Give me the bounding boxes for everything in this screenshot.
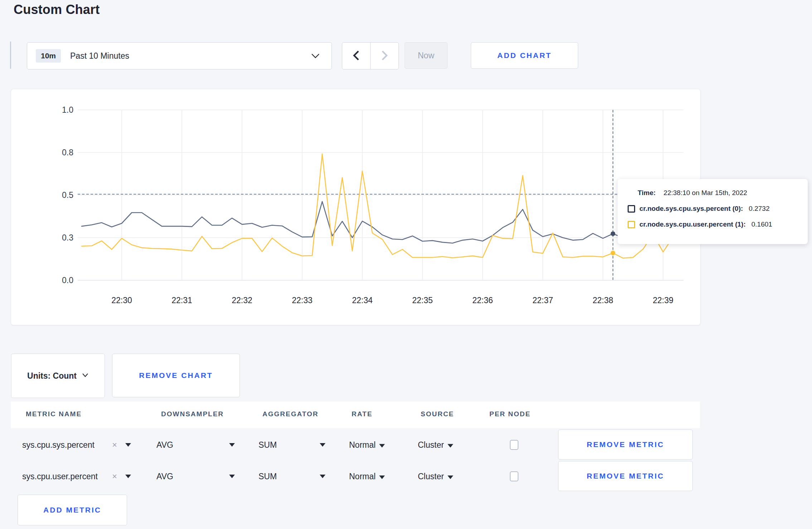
tooltip-series-value: 0.2732 bbox=[749, 205, 769, 213]
time-range-badge: 10m bbox=[36, 49, 61, 63]
col-header-downsampler: DOWNSAMPLER bbox=[161, 410, 224, 418]
tooltip-series-label: cr.node.sys.cpu.sys.percent (0): bbox=[639, 205, 743, 213]
tooltip-time-label: Time: bbox=[638, 189, 656, 197]
clear-metric-icon[interactable]: × bbox=[112, 471, 117, 481]
custom-chart-page: Custom Chart 10m Past 10 Minutes Now ADD… bbox=[0, 0, 812, 529]
y-axis-tick-label: 0.5 bbox=[62, 190, 73, 200]
page-title: Custom Chart bbox=[14, 2, 100, 17]
x-axis-tick-label: 22:38 bbox=[593, 296, 613, 305]
downsampler-caret-icon[interactable] bbox=[229, 443, 235, 447]
aggregator-value[interactable]: SUM bbox=[258, 472, 277, 481]
rate-caret-icon[interactable] bbox=[379, 476, 385, 479]
units-label: Units: Count bbox=[27, 371, 77, 381]
y-axis-tick-label: 0.3 bbox=[62, 233, 73, 242]
metric-name-value[interactable]: sys.cpu.user.percent bbox=[22, 472, 98, 481]
hover-dot bbox=[611, 251, 615, 255]
rate-caret-icon[interactable] bbox=[379, 444, 385, 448]
now-button[interactable]: Now bbox=[405, 42, 448, 69]
x-axis-tick-label: 22:33 bbox=[292, 296, 313, 305]
hover-dot bbox=[611, 231, 615, 236]
x-axis-tick-label: 22:36 bbox=[472, 296, 493, 305]
per-node-checkbox[interactable] bbox=[510, 440, 518, 450]
series-line bbox=[82, 154, 683, 258]
chart-card: 1.00.80.50.30.022:3022:3122:3222:3322:34… bbox=[11, 89, 701, 325]
aggregator-caret-icon[interactable] bbox=[320, 475, 325, 478]
col-header-aggregator: AGGREGATOR bbox=[262, 410, 319, 418]
remove-metric-button[interactable]: REMOVE METRIC bbox=[558, 461, 693, 491]
chevron-down-icon bbox=[82, 373, 89, 379]
downsampler-caret-icon[interactable] bbox=[229, 475, 235, 478]
next-range-button[interactable] bbox=[371, 43, 398, 69]
metrics-table-header: METRIC NAME DOWNSAMPLER AGGREGATOR RATE … bbox=[11, 402, 700, 428]
clear-metric-icon[interactable]: × bbox=[112, 440, 117, 450]
prev-range-button[interactable] bbox=[342, 43, 371, 69]
x-axis-tick-label: 22:30 bbox=[111, 296, 132, 305]
col-header-metric-name: METRIC NAME bbox=[26, 410, 82, 418]
y-axis-tick-label: 0.8 bbox=[62, 148, 73, 157]
chart-tooltip: Time: 22:38:10 on Mar 15th, 2022 cr.node… bbox=[618, 179, 808, 244]
series-line bbox=[82, 202, 683, 243]
x-axis-tick-label: 22:35 bbox=[412, 296, 433, 305]
source-value[interactable]: Cluster bbox=[418, 472, 453, 481]
source-caret-icon[interactable] bbox=[448, 476, 453, 479]
x-axis-tick-label: 22:39 bbox=[653, 296, 673, 305]
add-metric-button[interactable]: ADD METRIC bbox=[18, 495, 127, 525]
tooltip-time-value: 22:38:10 on Mar 15th, 2022 bbox=[663, 189, 747, 197]
tooltip-series-label: cr.node.sys.cpu.user.percent (1): bbox=[639, 220, 746, 228]
metric-row: sys.cpu.sys.percent×AVGSUMNormalClusterR… bbox=[11, 429, 700, 460]
tooltip-series-value: 0.1601 bbox=[751, 220, 772, 228]
metric-dropdown-caret-icon[interactable] bbox=[125, 443, 131, 447]
time-range-label: Past 10 Minutes bbox=[70, 51, 129, 61]
metrics-table: METRIC NAME DOWNSAMPLER AGGREGATOR RATE … bbox=[11, 402, 700, 493]
chevron-left-icon bbox=[352, 50, 360, 62]
metric-row: sys.cpu.user.percent×AVGSUMNormalCluster… bbox=[11, 461, 700, 492]
add-chart-button[interactable]: ADD CHART bbox=[471, 42, 578, 69]
units-dropdown[interactable]: Units: Count bbox=[11, 354, 105, 398]
rate-value[interactable]: Normal bbox=[349, 472, 385, 481]
x-axis-tick-label: 22:37 bbox=[532, 296, 553, 305]
y-axis-tick-label: 1.0 bbox=[62, 105, 73, 115]
rate-value[interactable]: Normal bbox=[349, 440, 385, 450]
toolbar-divider bbox=[10, 42, 11, 69]
x-axis-tick-label: 22:32 bbox=[232, 296, 252, 305]
metric-name-value[interactable]: sys.cpu.sys.percent bbox=[22, 440, 95, 450]
downsampler-value[interactable]: AVG bbox=[156, 440, 173, 450]
per-node-checkbox[interactable] bbox=[510, 471, 518, 481]
user-series-swatch-icon bbox=[628, 221, 635, 228]
time-range-dropdown[interactable]: 10m Past 10 Minutes bbox=[27, 42, 332, 69]
x-axis-tick-label: 22:34 bbox=[352, 296, 373, 305]
chevron-down-icon bbox=[311, 53, 320, 60]
time-nav-group bbox=[342, 42, 399, 69]
sys-series-swatch-icon bbox=[628, 205, 635, 213]
col-header-per-node: PER NODE bbox=[489, 410, 531, 418]
chevron-right-icon bbox=[381, 50, 388, 62]
source-caret-icon[interactable] bbox=[448, 444, 453, 448]
remove-metric-button[interactable]: REMOVE METRIC bbox=[558, 429, 693, 460]
aggregator-caret-icon[interactable] bbox=[320, 443, 325, 447]
time-series-chart[interactable]: 1.00.80.50.30.022:3022:3122:3222:3322:34… bbox=[11, 89, 700, 325]
aggregator-value[interactable]: SUM bbox=[258, 440, 277, 450]
y-axis-tick-label: 0.0 bbox=[62, 276, 73, 285]
remove-chart-button[interactable]: REMOVE CHART bbox=[112, 354, 240, 397]
source-value[interactable]: Cluster bbox=[418, 440, 453, 450]
col-header-rate: RATE bbox=[352, 410, 372, 418]
metric-dropdown-caret-icon[interactable] bbox=[125, 475, 131, 478]
col-header-source: SOURCE bbox=[421, 410, 454, 418]
downsampler-value[interactable]: AVG bbox=[156, 472, 173, 481]
x-axis-tick-label: 22:31 bbox=[171, 296, 192, 305]
